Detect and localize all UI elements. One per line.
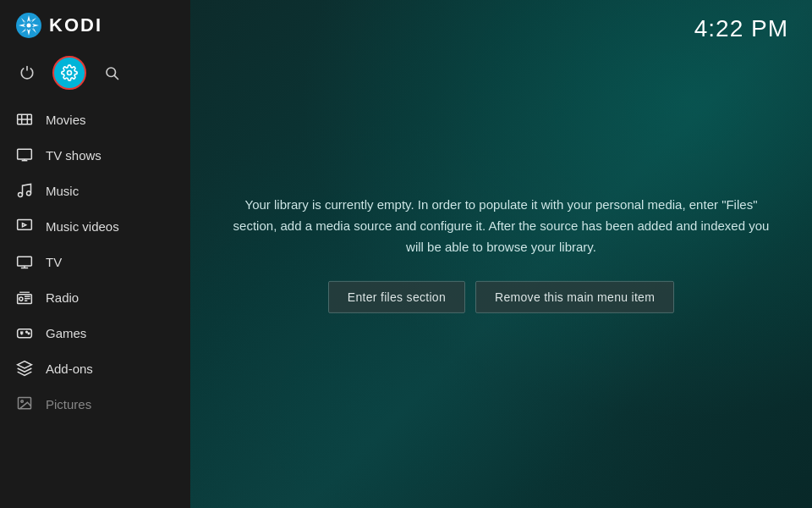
sidebar-item-label-pictures: Pictures (46, 397, 91, 411)
svg-point-20 (19, 193, 23, 197)
sidebar-header: KODI (0, 0, 190, 51)
svg-point-10 (68, 71, 72, 75)
svg-point-27 (19, 297, 23, 301)
sidebar-item-tv-shows[interactable]: TV shows (0, 137, 190, 173)
sidebar-item-tv[interactable]: TV (0, 244, 190, 279)
remove-menu-item-button[interactable]: Remove this main menu item (475, 281, 674, 313)
sidebar-item-add-ons[interactable]: Add-ons (0, 351, 190, 386)
sidebar-item-label-music: Music (46, 184, 79, 198)
main-content: 4:22 PM Your library is currently empty.… (190, 0, 812, 508)
sidebar-nav: MoviesTV showsMusicMusic videosTVRadioGa… (0, 102, 190, 422)
sidebar-item-label-music-videos: Music videos (46, 219, 119, 234)
svg-point-39 (21, 400, 23, 403)
svg-rect-38 (19, 398, 31, 409)
search-button[interactable] (95, 56, 129, 90)
add-ons-icon (15, 359, 34, 378)
sidebar: KODI MoviesTV showsMusicMusic videosTVR (0, 0, 190, 508)
kodi-logo-icon (15, 12, 42, 39)
power-button[interactable] (10, 56, 44, 90)
sidebar-item-label-radio: Radio (46, 290, 79, 305)
tv-shows-icon (15, 146, 34, 164)
kodi-title: KODI (49, 14, 102, 36)
svg-marker-23 (23, 224, 26, 227)
sidebar-icons-row (0, 51, 190, 98)
sidebar-item-label-add-ons: Add-ons (46, 362, 93, 376)
sidebar-item-pictures[interactable]: Pictures (0, 386, 190, 422)
games-icon (15, 323, 34, 342)
sidebar-item-label-tv: TV (46, 255, 62, 269)
time-display: 4:22 PM (694, 15, 788, 42)
action-buttons: Enter files section Remove this main men… (231, 281, 772, 313)
sidebar-item-games[interactable]: Games (0, 315, 190, 351)
svg-rect-24 (18, 257, 32, 266)
sidebar-item-music[interactable]: Music (0, 173, 190, 208)
music-icon (15, 181, 34, 200)
radio-icon (15, 288, 34, 306)
center-message: Your library is currently empty. In orde… (231, 195, 772, 313)
library-empty-message: Your library is currently empty. In orde… (231, 195, 772, 257)
svg-point-21 (27, 191, 31, 196)
sidebar-item-music-videos[interactable]: Music videos (0, 208, 190, 244)
svg-rect-17 (18, 149, 32, 159)
sidebar-item-label-movies: Movies (46, 113, 86, 127)
settings-button[interactable] (52, 56, 86, 90)
sidebar-item-movies[interactable]: Movies (0, 102, 190, 137)
pictures-icon (15, 395, 34, 413)
movies-icon (15, 110, 34, 129)
sidebar-item-label-tv-shows: TV shows (46, 148, 102, 163)
svg-line-12 (114, 75, 118, 79)
enter-files-button[interactable]: Enter files section (328, 281, 465, 313)
sidebar-item-radio[interactable]: Radio (0, 279, 190, 315)
sidebar-item-label-games: Games (46, 326, 86, 340)
svg-point-37 (28, 333, 30, 334)
tv-icon (15, 252, 34, 271)
svg-point-9 (27, 24, 31, 28)
svg-point-36 (26, 331, 28, 333)
music-videos-icon (15, 217, 34, 235)
